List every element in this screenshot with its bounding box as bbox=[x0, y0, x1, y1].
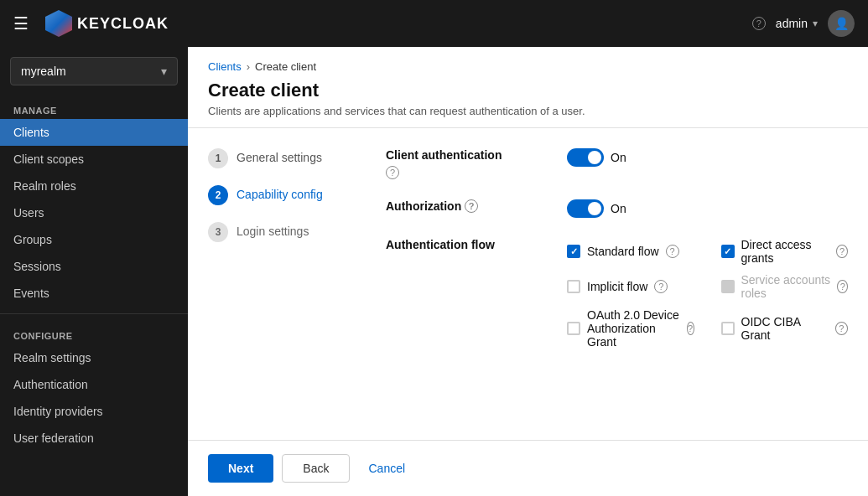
client-auth-toggle-wrapper: On bbox=[567, 148, 626, 167]
step-2[interactable]: 2 Capability config bbox=[208, 185, 359, 205]
sidebar-item-events[interactable]: Events bbox=[0, 280, 188, 307]
sidebar-item-groups[interactable]: Groups bbox=[0, 226, 188, 253]
cancel-button[interactable]: Cancel bbox=[358, 454, 415, 483]
service-accounts-checkbox[interactable] bbox=[721, 280, 735, 293]
page-subtitle: Clients are applications and services th… bbox=[208, 105, 848, 117]
sidebar-item-label: Events bbox=[13, 287, 49, 300]
sidebar-item-realm-settings[interactable]: Realm settings bbox=[0, 344, 188, 371]
auth-flow-label: Authentication flow bbox=[386, 238, 554, 251]
auth-flow-control: ✓ Standard flow ? ✓ Direct access gra bbox=[567, 238, 848, 349]
implicit-flow-label: Implicit flow bbox=[587, 280, 647, 293]
logo-text: KEYCLOAK bbox=[77, 15, 169, 33]
step-1[interactable]: 1 General settings bbox=[208, 148, 359, 168]
checkmark-icon: ✓ bbox=[724, 246, 731, 257]
breadcrumb: Clients › Create client bbox=[208, 60, 848, 73]
client-auth-label: Client authentication bbox=[386, 148, 554, 162]
authorization-help-icon[interactable]: ? bbox=[465, 199, 478, 213]
checkbox-oidc-ciba: OIDC CIBA Grant ? bbox=[721, 308, 849, 349]
oauth-device-checkbox[interactable] bbox=[567, 322, 580, 335]
sidebar-item-label: Groups bbox=[13, 233, 52, 246]
checkmark-icon: ✓ bbox=[570, 246, 578, 257]
sidebar-item-sessions[interactable]: Sessions bbox=[0, 253, 188, 280]
oauth-device-help-icon[interactable]: ? bbox=[687, 322, 694, 335]
sidebar-item-realm-roles[interactable]: Realm roles bbox=[0, 173, 188, 199]
menu-icon[interactable]: ☰ bbox=[13, 13, 29, 34]
auth-flow-label-col: Authentication flow bbox=[386, 238, 554, 251]
wizard-body: 1 General settings 2 Capability config 3… bbox=[188, 128, 868, 440]
step-2-label: Capability config bbox=[236, 185, 323, 201]
chevron-down-icon: ▾ bbox=[813, 18, 818, 29]
manage-section-label: Manage bbox=[0, 96, 188, 119]
realm-name: myrealm bbox=[21, 65, 66, 78]
checkbox-oauth-device: OAuth 2.0 Device Authorization Grant ? bbox=[567, 308, 694, 349]
direct-access-help-icon[interactable]: ? bbox=[836, 245, 848, 258]
sidebar-item-users[interactable]: Users bbox=[0, 199, 188, 226]
auth-flow-row: Authentication flow ✓ Standard flow ? bbox=[386, 238, 848, 349]
oauth-device-label: OAuth 2.0 Device Authorization Grant bbox=[587, 308, 680, 349]
next-button[interactable]: Next bbox=[208, 454, 273, 483]
authorization-label: Authorization ? bbox=[386, 199, 554, 213]
realm-selector[interactable]: myrealm ▾ bbox=[10, 57, 178, 85]
user-name: admin bbox=[776, 17, 808, 30]
oidc-ciba-checkbox[interactable] bbox=[721, 322, 735, 335]
breadcrumb-current: Create client bbox=[255, 60, 316, 73]
step-2-circle: 2 bbox=[208, 185, 228, 205]
step-1-label: General settings bbox=[236, 148, 322, 164]
implicit-flow-help-icon[interactable]: ? bbox=[654, 280, 668, 293]
step-3-label: Login settings bbox=[236, 222, 309, 238]
checkbox-implicit-flow: Implicit flow ? bbox=[567, 273, 694, 300]
client-auth-row: Client authentication ? On bbox=[386, 148, 848, 179]
sidebar: myrealm ▾ Manage Clients Client scopes R… bbox=[0, 47, 188, 496]
main-content: Clients › Create client Create client Cl… bbox=[188, 47, 868, 496]
direct-access-label: Direct access grants bbox=[741, 238, 830, 265]
sidebar-item-label: Sessions bbox=[13, 260, 61, 273]
step-3-circle: 3 bbox=[208, 222, 228, 242]
wizard-footer: Next Back Cancel bbox=[188, 440, 868, 496]
standard-flow-help-icon[interactable]: ? bbox=[666, 245, 679, 258]
keycloak-logo-icon bbox=[45, 10, 72, 37]
checkbox-direct-access: ✓ Direct access grants ? bbox=[721, 238, 849, 265]
sidebar-item-label: Clients bbox=[13, 126, 49, 139]
sidebar-item-label: Users bbox=[13, 206, 44, 220]
sidebar-item-label: Authentication bbox=[13, 378, 88, 391]
service-accounts-label: Service accounts roles bbox=[741, 273, 831, 300]
sidebar-item-authentication[interactable]: Authentication bbox=[0, 371, 188, 398]
back-button[interactable]: Back bbox=[282, 454, 350, 483]
sidebar-item-identity-providers[interactable]: Identity providers bbox=[0, 398, 188, 425]
sidebar-item-label: Realm roles bbox=[13, 179, 76, 193]
sidebar-item-label: User federation bbox=[13, 431, 94, 445]
client-auth-toggle[interactable] bbox=[567, 148, 604, 167]
avatar-icon: 👤 bbox=[834, 17, 849, 30]
authorization-toggle-wrapper: On bbox=[567, 199, 626, 218]
oidc-ciba-help-icon[interactable]: ? bbox=[835, 322, 848, 335]
sidebar-item-clients[interactable]: Clients bbox=[0, 119, 188, 146]
oidc-ciba-label: OIDC CIBA Grant bbox=[741, 315, 829, 342]
chevron-down-icon: ▾ bbox=[161, 65, 167, 78]
authorization-toggle[interactable] bbox=[567, 199, 604, 218]
client-auth-help-icon[interactable]: ? bbox=[386, 166, 399, 179]
sidebar-item-label: Client scopes bbox=[13, 152, 84, 166]
sidebar-item-client-scopes[interactable]: Client scopes bbox=[0, 146, 188, 173]
logo: KEYCLOAK bbox=[45, 10, 169, 37]
client-auth-label-col: Client authentication ? bbox=[386, 148, 554, 179]
topbar: ☰ KEYCLOAK ? admin ▾ 👤 bbox=[0, 0, 868, 47]
auth-flow-checkbox-grid: ✓ Standard flow ? ✓ Direct access gra bbox=[567, 238, 848, 349]
client-auth-control: On bbox=[567, 148, 848, 167]
help-icon[interactable]: ? bbox=[752, 17, 766, 30]
step-3[interactable]: 3 Login settings bbox=[208, 222, 359, 242]
direct-access-checkbox[interactable]: ✓ bbox=[721, 245, 735, 258]
standard-flow-checkbox[interactable]: ✓ bbox=[567, 245, 580, 258]
implicit-flow-checkbox[interactable] bbox=[567, 280, 580, 293]
service-accounts-help-icon[interactable]: ? bbox=[837, 280, 848, 293]
avatar[interactable]: 👤 bbox=[828, 10, 855, 37]
client-auth-toggle-label: On bbox=[611, 151, 626, 164]
user-menu[interactable]: admin ▾ bbox=[776, 17, 818, 30]
checkbox-standard-flow: ✓ Standard flow ? bbox=[567, 238, 694, 265]
standard-flow-label: Standard flow bbox=[587, 245, 659, 258]
breadcrumb-separator: › bbox=[247, 60, 250, 73]
authorization-label-col: Authorization ? bbox=[386, 199, 554, 213]
sidebar-item-user-federation[interactable]: User federation bbox=[0, 425, 188, 452]
authorization-control: On bbox=[567, 199, 848, 218]
breadcrumb-parent[interactable]: Clients bbox=[208, 60, 242, 73]
steps-panel: 1 General settings 2 Capability config 3… bbox=[208, 148, 359, 420]
